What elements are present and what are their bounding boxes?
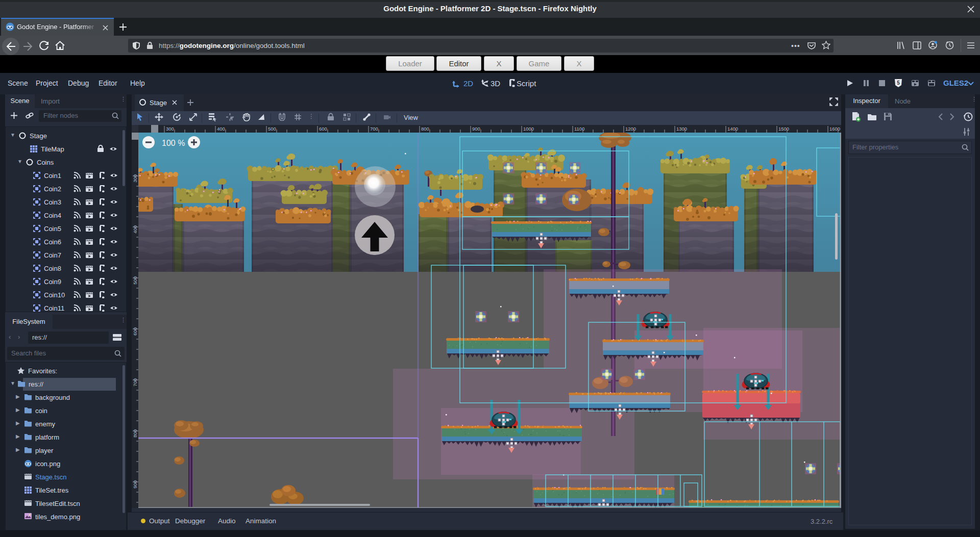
- svg-text:500: 500: [132, 276, 138, 285]
- svg-text:1100: 1100: [574, 126, 584, 132]
- svg-text:300: 300: [166, 126, 174, 132]
- svg-text:1000: 1000: [523, 126, 534, 132]
- svg-text:1600: 1600: [829, 126, 840, 132]
- svg-text:500: 500: [268, 126, 276, 132]
- svg-text:1300: 1300: [676, 126, 687, 132]
- svg-text:100 %: 100 %: [162, 139, 185, 147]
- svg-text:5: 5: [897, 80, 900, 86]
- svg-text:600: 600: [132, 327, 138, 336]
- svg-text:900: 900: [472, 126, 480, 132]
- svg-text:700: 700: [370, 126, 378, 132]
- svg-text:700: 700: [132, 378, 138, 387]
- svg-text:600: 600: [319, 126, 327, 132]
- svg-text:900: 900: [132, 480, 138, 489]
- svg-text:300: 300: [132, 174, 138, 183]
- svg-text:1200: 1200: [625, 126, 636, 132]
- svg-text:800: 800: [421, 126, 429, 132]
- svg-text:400: 400: [217, 126, 225, 132]
- svg-text:1400: 1400: [727, 126, 738, 132]
- svg-text:400: 400: [132, 225, 138, 234]
- svg-text:800: 800: [132, 429, 138, 438]
- svg-text:1500: 1500: [778, 126, 789, 132]
